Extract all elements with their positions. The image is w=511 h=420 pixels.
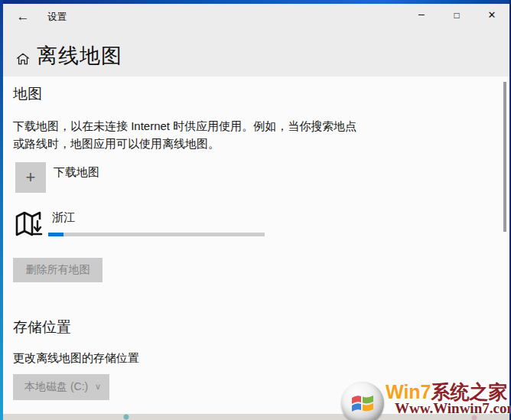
map-download-icon <box>12 207 46 241</box>
minimize-button[interactable]: – <box>404 4 439 28</box>
windows-flag-icon <box>350 392 375 415</box>
watermark-brand-en: Win7 <box>386 381 431 402</box>
back-arrow-icon: ← <box>17 9 30 24</box>
minimize-icon: – <box>418 8 425 20</box>
watermark: Win7系统之家 Www.Winwin7.com <box>341 379 506 418</box>
scrollbar-thumb[interactable] <box>503 82 506 232</box>
delete-all-maps-button[interactable]: 删除所有地图 <box>13 258 103 282</box>
windows-logo-icon <box>341 382 384 420</box>
maps-section-heading: 地图 <box>13 84 42 104</box>
download-progress-fill <box>48 233 63 236</box>
watermark-brand-cn: 系统之家 <box>431 381 508 402</box>
plus-icon: + <box>26 168 36 187</box>
window-title: 设置 <box>47 11 67 24</box>
window-controls: – □ ✕ <box>404 4 509 28</box>
close-icon: ✕ <box>488 9 496 21</box>
download-item-region: 浙江 <box>52 210 75 225</box>
watermark-url: Www.Winwin7.com <box>395 400 511 417</box>
back-button[interactable]: ← <box>10 6 36 28</box>
download-maps-label: 下载地图 <box>54 165 99 180</box>
settings-window: ← 设置 – □ ✕ 离线地图 地图 下载地图，以在未连接 Internet 时… <box>3 4 509 414</box>
maps-section-description: 下载地图，以在未连接 Internet 时供应用使用。例如，当你搜索地点或路线时… <box>13 117 366 152</box>
maximize-button[interactable]: □ <box>439 4 474 28</box>
download-progress-bar <box>48 233 265 236</box>
storage-drive-value: 本地磁盘 (C:) <box>24 380 88 392</box>
home-icon <box>15 51 31 67</box>
storage-section-description: 更改离线地图的存储位置 <box>13 351 139 366</box>
screen: ← 设置 – □ ✕ 离线地图 地图 下载地图，以在未连接 Internet 时… <box>0 0 511 420</box>
storage-section-heading: 存储位置 <box>13 317 71 337</box>
page-title: 离线地图 <box>37 42 122 70</box>
storage-drive-dropdown[interactable]: 本地磁盘 (C:) ∨ <box>13 374 109 400</box>
download-maps-button[interactable]: + <box>15 162 46 193</box>
close-button[interactable]: ✕ <box>474 4 509 28</box>
maximize-icon: □ <box>454 10 459 21</box>
chevron-down-icon: ∨ <box>95 382 101 392</box>
